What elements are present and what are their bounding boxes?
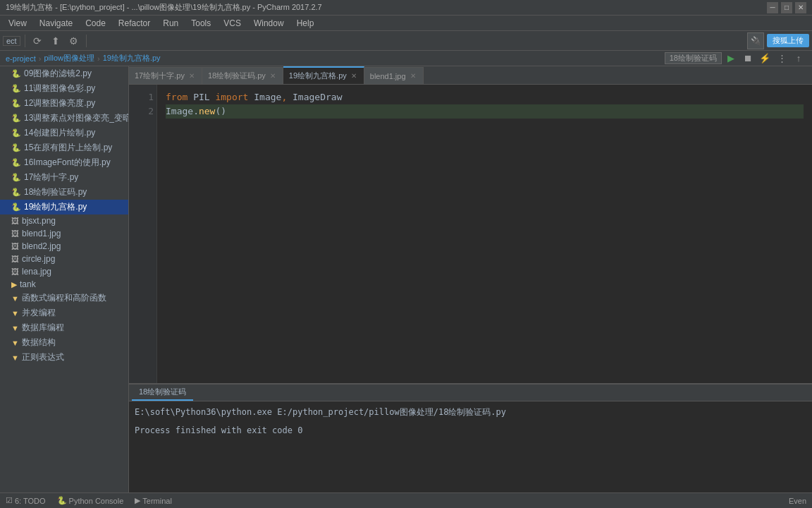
sidebar-item-13[interactable]: 🖼 circle.jpg [0,253,128,265]
sidebar-item-12[interactable]: 🖼 blend2.jpg [0,240,128,253]
status-event-log[interactable]: Even [786,497,809,505]
breadcrumb-project[interactable]: e-project [6,54,36,63]
sidebar-item-2[interactable]: 🐍 12调整图像亮度.py [0,96,128,111]
sidebar-item-8[interactable]: 🐍 18绘制验证码.py [0,185,128,200]
run-config-selector[interactable]: 18绘制验证码 [665,52,722,64]
python-console-icon: 🐍 [57,496,67,505]
sep2 [86,35,87,47]
sidebar-label-10: bjsxt.png [22,216,56,226]
coverage-btn[interactable]: ↑ [791,51,806,66]
code-content[interactable]: from PIL import Image, ImageDraw Image.n… [157,85,812,383]
sidebar-item-17[interactable]: ▼ 并发编程 [0,306,128,320]
sidebar-label-16: 函数式编程和高阶函数 [22,292,106,304]
file-icon-7: 🐍 [11,173,21,182]
menu-navigate[interactable]: Navigate [34,17,78,30]
menu-vcs[interactable]: VCS [218,17,247,30]
todo-label: 6: TODO [15,497,46,505]
sidebar-item-20[interactable]: ▼ 正则表达式 [0,350,128,365]
menu-window[interactable]: Window [248,17,290,30]
sidebar-item-14[interactable]: 🖼 lena.jpg [0,265,128,278]
cls-imagedraw: ImageDraw [293,90,342,104]
line-num-2: 2 [132,104,154,119]
code-line-1: from PIL import Image, ImageDraw [166,90,804,104]
code-editor[interactable]: 1 2 from PIL import Image, ImageDraw Ima… [129,85,812,383]
tab-1[interactable]: 18绘制验证码.py ✕ [202,67,283,84]
minimize-button[interactable]: ─ [767,2,778,13]
tab-close-0[interactable]: ✕ [187,72,196,80]
file-icon-5: 🐍 [11,143,21,152]
sidebar-item-18[interactable]: ▼ 数据库编程 [0,320,128,335]
sidebar-item-15[interactable]: ▶ tank [0,278,128,291]
title-controls: ─ □ ✕ [767,2,806,13]
tab-0[interactable]: 17绘制十字.py ✕ [129,67,202,84]
run-button[interactable]: ▶ [723,51,739,66]
tab-bar: 17绘制十字.py ✕ 18绘制验证码.py ✕ 19绘制九宫格.py ✕ bl… [129,66,812,85]
status-python-console[interactable]: 🐍 Python Console [54,493,127,508]
output-run-tab[interactable]: 18绘制验证码 [132,385,193,401]
file-icon-1: 🐍 [11,84,21,93]
title-bar: 19绘制九宫格 - [E:\python_project] - ...\pill… [0,0,812,16]
sidebar-item-11[interactable]: 🖼 blend1.jpg [0,227,128,240]
tab-label-1: 18绘制验证码.py [208,71,266,81]
sidebar-item-19[interactable]: ▼ 数据结构 [0,335,128,350]
close-button[interactable]: ✕ [795,2,806,13]
sidebar-item-16[interactable]: ▼ 函数式编程和高阶函数 [0,291,128,306]
sidebar-item-6[interactable]: 🐍 16ImageFont的使用.py [0,155,128,170]
sidebar-item-5[interactable]: 🐍 15在原有图片上绘制.py [0,140,128,155]
sidebar-item-4[interactable]: 🐍 14创建图片绘制.py [0,126,128,140]
breadcrumb-folder[interactable]: pillow图像处理 [44,53,94,64]
sidebar-item-7[interactable]: 🐍 17绘制十字.py [0,170,128,185]
file-icon-14: 🖼 [11,267,19,276]
sidebar-label-8: 18绘制验证码.py [24,186,87,198]
menu-tools[interactable]: Tools [185,17,216,30]
tab-2[interactable]: 19绘制九宫格.py ✕ [283,66,364,84]
menu-code[interactable]: Code [80,17,111,30]
sidebar-item-3[interactable]: 🐍 13调整素点对图像变亮_变暗 [0,111,128,126]
menu-refactor[interactable]: Refactor [113,17,156,30]
toolbar-collapse-btn[interactable]: ⬆ [48,33,63,49]
menu-run[interactable]: Run [157,17,184,30]
file-icon-10: 🖼 [11,217,19,225]
sidebar-label-15: tank [20,279,36,289]
menu-help[interactable]: Help [291,17,320,30]
paren-close: ) [221,104,226,119]
sidebar-label-9: 19绘制九宫格.py [24,201,87,213]
more-run-btn[interactable]: ⋮ [774,51,789,66]
tab-close-1[interactable]: ✕ [269,72,277,80]
tab-close-2[interactable]: ✕ [350,72,358,80]
output-result: Process finished with exit code 0 [135,424,806,437]
sidebar: 🐍 09图像的滤镜2.py 🐍 11调整图像色彩.py 🐍 12调整图像亮度.p… [0,66,129,492]
status-terminal[interactable]: ▶ Terminal [132,493,175,508]
output-panel: 18绘制验证码 E:\soft\Python36\python.exe E:/p… [129,383,812,492]
sidebar-item-10[interactable]: 🖼 bjsxt.png [0,214,128,227]
plugin-icon[interactable]: 🔌 [747,32,764,49]
restore-button[interactable]: □ [781,2,792,13]
sidebar-item-1[interactable]: 🐍 11调整图像色彩.py [0,81,128,96]
status-todo[interactable]: ☑ 6: TODO [3,493,49,508]
sohu-upload-button[interactable]: 搜狐上传 [767,34,809,47]
file-icon-0: 🐍 [11,69,21,78]
tab-3[interactable]: blend1.jpg ✕ [364,67,424,84]
folder-icon-17: ▼ [11,309,19,318]
fn-new: new [199,104,215,119]
file-icon-9: 🐍 [11,202,21,212]
folder-icon-19: ▼ [11,339,19,347]
file-icon-2: 🐍 [11,99,21,108]
tab-close-3[interactable]: ✕ [409,72,417,80]
toolbar: ect ⟳ ⬆ ⚙ 🔌 搜狐上传 [0,31,812,51]
file-icon-12: 🖼 [11,242,19,250]
sidebar-label-17: 并发编程 [22,307,56,319]
sidebar-label-1: 11调整图像色彩.py [24,83,95,95]
comma: , [281,90,287,104]
debug-button[interactable]: ⚡ [757,51,773,66]
menu-view[interactable]: View [3,17,32,30]
stop-button[interactable]: ⏹ [740,51,756,66]
toolbar-sync-btn[interactable]: ⟳ [30,33,45,49]
sidebar-item-0[interactable]: 🐍 09图像的滤镜2.py [0,66,128,81]
sidebar-item-9[interactable]: 🐍 19绘制九宫格.py [0,200,128,214]
folder-icon-16: ▼ [11,294,19,303]
toolbar-settings-btn[interactable]: ⚙ [66,33,82,49]
main-area: 🐍 09图像的滤镜2.py 🐍 11调整图像色彩.py 🐍 12调整图像亮度.p… [0,66,812,492]
breadcrumb-file[interactable]: 19绘制九宫格.py [103,53,161,64]
file-icon-4: 🐍 [11,128,21,138]
